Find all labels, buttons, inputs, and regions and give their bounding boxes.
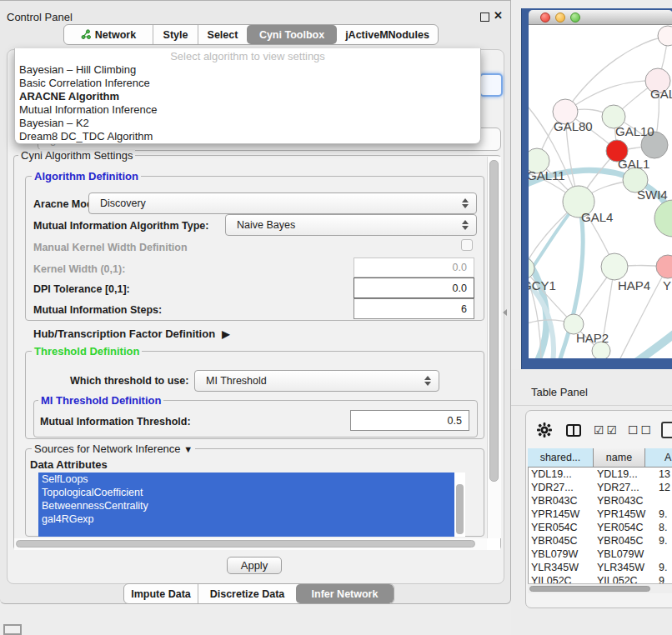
mi-algorithm-type-value: Naive Bayes — [237, 219, 295, 231]
settings-vertical-scrollbar-thumb[interactable] — [489, 160, 499, 482]
select-all-columns-icon[interactable]: ☑☑ — [594, 423, 619, 437]
mi-threshold-group-title: MI Threshold Definition — [38, 394, 163, 407]
table-row[interactable]: YDR27...YDR27...12 — [528, 481, 672, 494]
settings-vertical-scrollbar[interactable] — [487, 157, 501, 538]
table-row[interactable]: YBL079WYBL079W — [528, 548, 672, 561]
close-icon[interactable]: ✕ — [494, 9, 503, 22]
which-threshold-combo[interactable]: MI Threshold — [194, 370, 439, 392]
apply-button[interactable]: Apply — [227, 557, 282, 574]
document-icon[interactable] — [661, 422, 672, 438]
settings-horizontal-scrollbar-thumb[interactable] — [16, 540, 475, 548]
table-cell: YIL052C — [594, 574, 645, 583]
table-row[interactable]: YBR045CYBR045C9. — [528, 534, 672, 548]
table-row[interactable]: YLR345WYLR345W9. — [528, 561, 672, 574]
tab-label: Cyni Toolbox — [259, 29, 324, 41]
bottom-tab-discretize-data[interactable]: Discretize Data — [198, 584, 296, 603]
table-panel-title: Table Panel — [531, 386, 588, 398]
bottom-tab-impute-data[interactable]: Impute Data — [124, 584, 198, 603]
bottom-tab-label: Discretize Data — [210, 588, 285, 600]
panel-splitter-handle[interactable] — [503, 309, 507, 316]
table-horizontal-scrollbar[interactable] — [528, 583, 672, 593]
attr-item-partial[interactable] — [38, 526, 454, 537]
manual-kernel-checkbox[interactable] — [461, 239, 473, 251]
table-row[interactable]: YER054CYER054C8. — [528, 521, 672, 534]
cyni-algorithm-settings-title: Cyni Algorithm Settings — [18, 149, 135, 162]
network-window-titlebar[interactable] — [529, 10, 672, 25]
bottom-tab-infer-network[interactable]: Infer Network — [296, 584, 394, 603]
network-node-y[interactable] — [656, 255, 672, 278]
dropdown-items: Bayesian – Hill ClimbingBasic Correlatio… — [19, 63, 476, 143]
hub-definition-toggle[interactable]: Hub/Transcription Factor Definition▶ — [33, 328, 229, 340]
dpi-tolerance-input[interactable]: 0.0 — [354, 278, 474, 298]
chevron-right-icon: ▶ — [222, 328, 229, 340]
inference-algorithm-combo-fragment[interactable] — [479, 73, 503, 97]
float-window-icon[interactable] — [480, 12, 489, 22]
table-cell: YBR043C — [594, 494, 645, 508]
column-header-2[interactable]: name — [594, 448, 645, 468]
table-row[interactable]: YDL19...YDL19...13 — [528, 468, 672, 481]
close-traffic-light-icon[interactable] — [540, 12, 550, 22]
dropdown-item-mutual-information-inference[interactable]: Mutual Information Inference — [19, 103, 476, 117]
bottom-tab-label: Infer Network — [312, 588, 379, 600]
table-header-row: shared...nameA — [528, 448, 672, 468]
network-canvas[interactable]: GALGAL80GAL10GAL1GAL11SWI4GAL4GCY1HAP4YH… — [529, 25, 672, 358]
table-cell: YDR27... — [528, 481, 594, 494]
network-desktop-area: GALGAL80GAL10GAL1GAL11SWI4GAL4GCY1HAP4YH… — [521, 8, 672, 369]
zoom-traffic-light-icon[interactable] — [570, 12, 580, 22]
network-node-label: GAL10 — [615, 124, 654, 138]
table-cell: YLR345W — [594, 561, 645, 574]
network-node[interactable] — [658, 26, 672, 46]
mi-steps-input[interactable]: 6 — [354, 298, 474, 319]
dropdown-item-bayesian-hill-climbing[interactable]: Bayesian – Hill Climbing — [19, 63, 476, 77]
attr-item-gal4rgexp[interactable]: gal4RGexp — [38, 512, 454, 526]
attr-item-selfloops[interactable]: SelfLoops — [38, 472, 454, 486]
stepper-arrows-icon — [424, 376, 431, 386]
dropdown-item-bayesian-k2[interactable]: Bayesian – K2 — [19, 117, 476, 130]
screen: Control Panel ✕ NetworkStyleSelectCyni T… — [0, 0, 672, 635]
column-header-1[interactable]: shared... — [528, 448, 594, 468]
column-header-3[interactable]: A — [645, 448, 672, 468]
data-attributes-list[interactable]: SelfLoopsTopologicalCoefficientBetweenne… — [38, 472, 465, 537]
settings-horizontal-scrollbar[interactable] — [14, 538, 487, 550]
control-panel-title: Control Panel — [7, 11, 73, 23]
dropdown-item-dream8-dc-tdc-algorithm[interactable]: Dream8 DC_TDC Algorithm — [19, 130, 476, 143]
table-cell: YER054C — [594, 521, 645, 534]
table-row[interactable]: YBR043CYBR043C — [528, 494, 672, 508]
network-node-label: GAL — [650, 87, 672, 101]
tab-style[interactable]: Style — [153, 25, 198, 44]
network-node-label: GAL11 — [529, 168, 565, 182]
mi-algorithm-type-label: Mutual Information Algorithm Type: — [33, 220, 208, 232]
tab-cyni-toolbox[interactable]: Cyni Toolbox — [247, 25, 337, 44]
table-row[interactable]: YIL052CYIL052C9 — [528, 574, 672, 583]
attr-list-scrollbar-thumb[interactable] — [456, 484, 464, 534]
tab-network[interactable]: Network — [64, 25, 153, 44]
aracne-mode-value: Discovery — [100, 198, 146, 209]
dropdown-item-basic-correlation-inference[interactable]: Basic Correlation Inference — [19, 77, 476, 90]
algorithm-dropdown-popup: Select algorithm to view settings Bayesi… — [14, 48, 481, 144]
deselect-columns-icon[interactable]: ☐☐ — [628, 423, 654, 437]
attr-item-topologicalcoefficient[interactable]: TopologicalCoefficient — [38, 486, 454, 499]
mi-threshold-input[interactable]: 0.5 — [350, 410, 469, 431]
table-cell — [645, 494, 672, 508]
table-cell: 9. — [645, 561, 672, 574]
attr-item-betweennesscentrality[interactable]: BetweennessCentrality — [38, 499, 454, 512]
tab-select[interactable]: Select — [198, 25, 247, 44]
kernel-width-input[interactable]: 0.0 — [354, 258, 474, 278]
mi-algorithm-type-combo[interactable]: Naive Bayes — [225, 214, 477, 236]
tab-jactivemnodules[interactable]: jActiveMNodules — [337, 25, 438, 44]
table-cell: YBL079W — [594, 548, 645, 561]
table-horizontal-scrollbar-thumb[interactable] — [529, 586, 650, 592]
chevron-down-icon: ▼ — [183, 444, 193, 454]
network-node[interactable] — [654, 200, 672, 237]
minimize-traffic-light-icon[interactable] — [555, 12, 565, 22]
gear-icon[interactable] — [537, 422, 552, 438]
sources-toggle[interactable]: Sources for Network Inference ▼ — [32, 442, 195, 455]
network-node-hap4[interactable] — [601, 253, 628, 280]
table-cell: YPR145W — [594, 508, 645, 521]
minimized-panel-icon[interactable] — [3, 624, 22, 635]
dropdown-item-aracne-algorithm[interactable]: ARACNE Algorithm — [19, 90, 476, 103]
split-view-icon[interactable] — [566, 424, 581, 437]
table-row[interactable]: YPR145WYPR145W9. — [528, 508, 672, 521]
mi-steps-label: Mutual Information Steps: — [33, 304, 162, 316]
aracne-mode-combo[interactable]: Discovery — [88, 192, 477, 214]
